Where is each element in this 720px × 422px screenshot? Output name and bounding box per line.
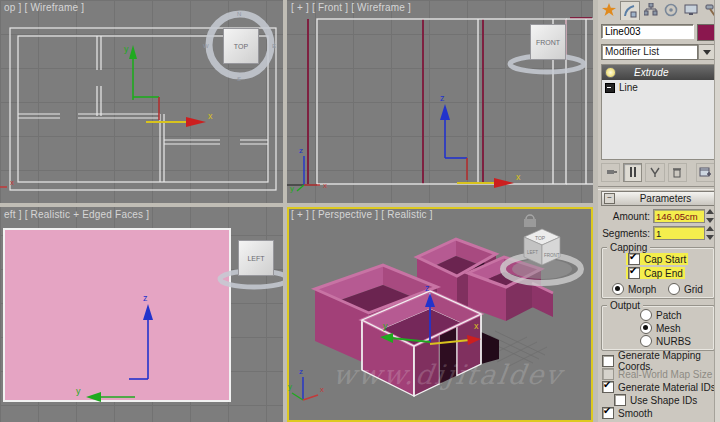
viewport-left[interactable]: eft ] [ Realistic + Edged Faces ] z y LE… <box>0 207 283 422</box>
make-unique-icon <box>649 166 661 178</box>
create-tab[interactable] <box>600 1 618 19</box>
viewcube-top-face[interactable]: TOP <box>223 28 259 64</box>
modify-tab[interactable] <box>620 1 640 20</box>
create-icon <box>602 3 616 17</box>
real-world-label: Real-World Map Size <box>618 369 712 380</box>
svg-text:TOP: TOP <box>535 235 546 241</box>
base-object-icon <box>605 83 615 93</box>
segments-label: Segments: <box>598 228 653 239</box>
capping-group: Capping Cap Start Cap End Morph Grid <box>601 247 715 299</box>
panel-scroll-strip[interactable] <box>714 0 720 422</box>
spinner-up-icon[interactable] <box>706 209 714 214</box>
stack-item-line[interactable]: Line <box>602 80 716 95</box>
cap-start-label: Cap Start <box>644 254 686 265</box>
output-group: Output Patch Mesh NURBS <box>601 305 715 351</box>
viewport-top-label[interactable]: op ] [ Wireframe ] <box>4 2 84 13</box>
motion-tab[interactable] <box>662 1 680 19</box>
svg-text:N: N <box>237 11 241 17</box>
generate-mapping-checkbox[interactable] <box>602 355 614 367</box>
show-end-result-button[interactable] <box>623 163 642 182</box>
viewport-front-label[interactable]: [ + ] [ Front ] [ Wireframe ] <box>291 2 411 13</box>
mesh-label: Mesh <box>656 323 680 334</box>
object-name-field[interactable]: Line003 <box>601 24 694 39</box>
spinner-down-icon[interactable] <box>706 218 714 223</box>
generate-material-ids-checkbox[interactable] <box>602 381 614 393</box>
grid-radio[interactable] <box>668 283 680 295</box>
morph-label: Morph <box>628 284 656 295</box>
viewport-perspective[interactable]: [ + ] [ Perspective ] [ Realistic ] www.… <box>287 207 593 422</box>
viewport-front[interactable]: [ + ] [ Front ] [ Wireframe ] <box>287 0 593 203</box>
dropdown-arrow-icon[interactable] <box>698 44 715 60</box>
svg-text:E: E <box>272 43 276 49</box>
show-end-result-icon <box>627 166 639 178</box>
configure-modifier-sets-icon <box>699 166 711 178</box>
segments-field[interactable]: 1 <box>653 226 705 240</box>
hierarchy-tab[interactable] <box>642 1 660 19</box>
amount-label: Amount: <box>598 211 653 222</box>
nurbs-label: NURBS <box>656 336 691 347</box>
stack-toolbar <box>601 162 715 182</box>
morph-radio[interactable] <box>612 283 624 295</box>
command-panel: Line003 Modifier List Extrude Line − Par… <box>598 0 720 422</box>
viewcube-front-face[interactable]: FRONT <box>530 24 566 60</box>
make-unique-button[interactable] <box>645 163 664 182</box>
spinner-down-icon[interactable] <box>706 235 714 240</box>
modifier-stack: Extrude Line <box>601 64 717 160</box>
collapse-icon[interactable]: − <box>604 193 615 204</box>
svg-text:S: S <box>237 76 241 82</box>
object-color-swatch[interactable] <box>697 24 715 41</box>
motion-icon <box>664 3 678 17</box>
cap-end-checkbox[interactable] <box>628 267 640 279</box>
svg-text:FRONT: FRONT <box>544 253 560 258</box>
patch-radio[interactable] <box>640 309 652 321</box>
svg-text:LEFT: LEFT <box>527 250 538 255</box>
pin-stack-icon <box>605 166 617 178</box>
remove-modifier-icon <box>671 166 683 178</box>
use-shape-ids-label: Use Shape IDs <box>630 395 697 406</box>
use-shape-ids-checkbox[interactable] <box>614 394 626 406</box>
viewport-top[interactable]: op ] [ Wireframe ] y x x <box>0 0 283 203</box>
smooth-label: Smooth <box>618 408 652 419</box>
grid-label: Grid <box>684 284 703 295</box>
mesh-radio[interactable] <box>640 322 652 334</box>
modifier-onoff-icon[interactable] <box>605 67 616 78</box>
cap-start-checkbox[interactable] <box>628 253 640 265</box>
nurbs-radio[interactable] <box>640 335 652 347</box>
svg-text:W: W <box>203 43 209 49</box>
hierarchy-icon <box>644 3 658 17</box>
viewport-left-label[interactable]: eft ] [ Realistic + Edged Faces ] <box>4 209 149 220</box>
spinner-up-icon[interactable] <box>706 226 714 231</box>
cap-end-label: Cap End <box>644 268 683 279</box>
output-legend: Output <box>607 300 643 311</box>
display-icon <box>684 3 698 17</box>
display-tab[interactable] <box>682 1 700 19</box>
remove-modifier-button[interactable] <box>668 163 687 182</box>
viewcube-left-face[interactable]: LEFT <box>238 240 274 276</box>
modifier-list-dropdown[interactable]: Modifier List <box>601 44 715 60</box>
generate-material-ids-label: Generate Material IDs <box>618 382 716 393</box>
parameters-rollout-header[interactable]: − Parameters <box>601 191 717 206</box>
stack-item-extrude[interactable]: Extrude <box>602 65 716 80</box>
amount-field[interactable]: 146,05cm <box>653 209 705 223</box>
smooth-checkbox[interactable] <box>602 407 614 419</box>
configure-modifier-sets-button[interactable] <box>696 163 715 182</box>
viewcube-perspective[interactable]: TOP LEFT FRONT <box>287 207 593 422</box>
command-panel-tabs <box>600 1 720 21</box>
viewport-perspective-label[interactable]: [ + ] [ Perspective ] [ Realistic ] <box>291 209 433 220</box>
pin-stack-button[interactable] <box>601 163 620 182</box>
patch-label: Patch <box>656 310 682 321</box>
modify-icon <box>623 4 637 18</box>
